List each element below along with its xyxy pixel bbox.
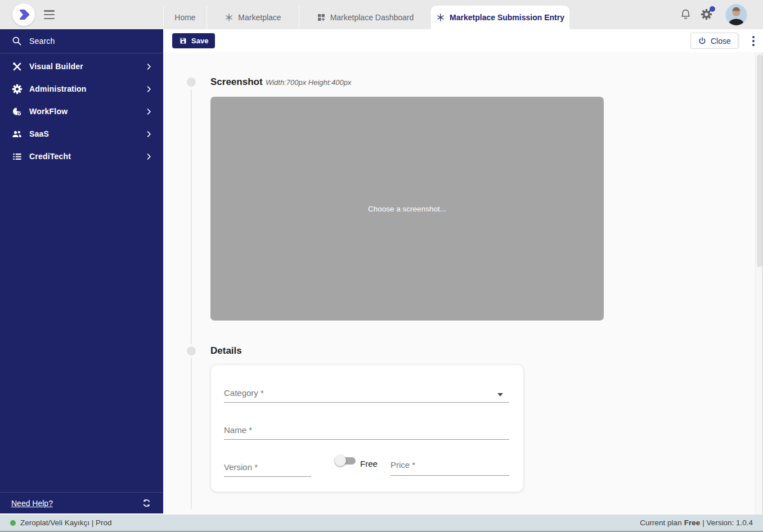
chevron-right-icon [145,85,153,93]
free-toggle[interactable] [335,455,357,466]
screenshot-placeholder-text: Choose a screenshot... [368,205,446,213]
section-stepper-dot [187,346,196,355]
kebab-menu-icon[interactable] [747,34,760,48]
sidebar-item-visual-builder[interactable]: Visual Builder [0,55,163,78]
dashboard-customize-icon [317,13,326,22]
free-toggle-label: Free [360,459,378,468]
user-avatar[interactable] [726,4,747,25]
screenshot-dropzone[interactable]: Choose a screenshot... [210,97,604,321]
page-content: Screenshot Width:700px Height:400px Choo… [163,52,763,515]
floppy-save-icon [179,37,187,45]
section-stepper-dot [187,78,196,87]
sigma-logo-icon [16,7,31,22]
sidebar-item-label: Visual Builder [29,62,83,71]
chevron-right-icon [145,152,153,161]
version-field-label: Version * [224,462,258,472]
tab-label: Home [174,13,195,22]
sidebar-item-administration[interactable]: Administration [0,78,163,100]
tab-label: Marketplace [238,13,281,22]
category-select-label: Category * [224,388,264,398]
status-left: Zeroplat/Veli Kayıkçı | Prod [10,519,112,527]
hamburger-menu-icon[interactable] [44,10,55,19]
notification-dot [710,6,715,12]
list-icon [10,151,24,162]
save-button[interactable]: Save [172,33,215,48]
toolbar-divider [739,34,739,48]
online-status-dot [10,520,16,526]
bell-icon[interactable] [680,8,692,22]
workflow-icon [10,106,24,117]
tab-label: Marketplace Dashboard [330,13,414,22]
plan-name-text: Free [684,519,701,527]
top-bar: Home Marketplace Marketplace Dashboard M… [0,0,763,29]
need-help-link[interactable]: Need Help? [11,499,53,508]
status-right: Current plan Free | Version: 1.0.4 [640,519,753,527]
sidebar-item-label: Administration [29,84,87,93]
app-logo [12,3,35,26]
sidebar-item-creditecht[interactable]: CrediTecht [0,145,163,168]
people-icon [10,128,24,139]
close-button-label: Close [711,37,731,46]
tenant-user-env-text: Zeroplat/Veli Kayıkçı | Prod [20,519,112,527]
details-card [210,364,524,492]
design-tools-icon [10,61,24,72]
gear-icon [10,84,24,94]
tab-label: Marketplace Submission Entry [450,13,564,22]
price-field[interactable] [391,475,509,476]
app-window: Home Marketplace Marketplace Dashboard M… [0,0,763,532]
tab-marketplace[interactable]: Marketplace [207,6,299,29]
scrollbar-thumb[interactable] [757,55,762,267]
tab-home[interactable]: Home [163,6,207,29]
save-button-label: Save [191,37,208,45]
sidebar-item-label: CrediTecht [29,152,71,161]
toggle-thumb [335,455,346,466]
snowflake-icon [225,13,234,22]
app-version-text: | Version: 1.0.4 [702,519,753,527]
price-field-label: Price * [391,460,415,470]
power-icon [698,37,707,46]
plan-prefix-text: Current plan [640,519,681,527]
vertical-scrollbar [755,52,763,515]
section-title-details: Details [210,344,242,358]
tab-bar: Home Marketplace Marketplace Dashboard M… [163,6,569,29]
sidebar-footer: Need Help? [0,492,163,513]
section-title-screenshot: Screenshot [210,75,263,89]
section-stepper-line [191,358,192,509]
snowflake-icon [436,13,445,22]
close-button[interactable]: Close [690,33,738,49]
tab-marketplace-submission-entry[interactable]: Marketplace Submission Entry [431,6,569,29]
section-stepper-line [191,89,192,344]
sidebar: Search Visual Builder Administration [0,29,163,513]
sidebar-item-label: Search [29,37,55,46]
sidebar-item-workflow[interactable]: WorkFlow [0,100,163,123]
chevron-right-icon [145,107,153,116]
name-field[interactable] [224,439,509,440]
chevron-right-icon [145,130,153,138]
search-icon [10,35,24,47]
screenshot-size-hint: Width:700px Height:400px [266,77,351,88]
tab-marketplace-dashboard[interactable]: Marketplace Dashboard [299,6,431,29]
sidebar-item-label: WorkFlow [29,107,68,116]
sidebar-item-search[interactable]: Search [0,29,163,53]
sidebar-item-label: SaaS [29,129,49,138]
refresh-icon[interactable] [141,498,152,508]
sidebar-item-saas[interactable]: SaaS [0,123,163,145]
category-select[interactable] [224,402,509,403]
version-field[interactable] [224,476,311,477]
name-field-label: Name * [224,425,252,435]
chevron-right-icon [145,62,153,71]
status-bar: Zeroplat/Veli Kayıkçı | Prod Current pla… [0,515,763,532]
dropdown-caret-icon[interactable] [497,393,503,396]
page-toolbar: Save Close [163,29,763,52]
